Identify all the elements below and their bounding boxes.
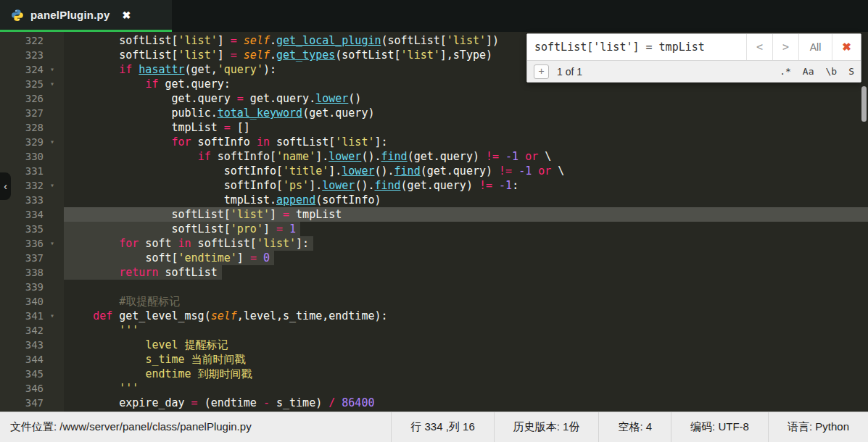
code-line[interactable]: 328 tmpList = []: [0, 120, 868, 135]
fold-spacer: [44, 396, 61, 410]
status-history[interactable]: 历史版本: 1份: [494, 412, 599, 442]
line-number: 345: [0, 367, 44, 381]
sidebar-toggle[interactable]: ‹: [0, 172, 11, 200]
fold-spacer: [44, 323, 61, 338]
fold-spacer: [44, 207, 61, 222]
gutter-cell: 345: [0, 367, 64, 381]
line-number: 336: [0, 236, 44, 251]
fold-spacer: [44, 106, 61, 120]
code-line[interactable]: 332▾ softInfo['ps'].lower().find(get.que…: [0, 178, 868, 193]
gutter-cell: 335: [0, 222, 64, 236]
code-text: get.query = get.query.lower(): [64, 91, 361, 106]
code-line[interactable]: 327 public.total_keyword(get.query): [0, 106, 868, 120]
line-number: 326: [0, 91, 44, 106]
fold-arrow-icon[interactable]: ▾: [44, 309, 61, 323]
code-line[interactable]: 329▾ for softInfo in softList['list']:: [0, 135, 868, 149]
fold-spacer: [44, 33, 61, 48]
code-line[interactable]: 330 if softInfo['name'].lower().find(get…: [0, 149, 868, 164]
find-next-button[interactable]: >: [772, 34, 798, 60]
code-text: level 提醒标记: [64, 338, 228, 352]
whole-word-toggle[interactable]: \b: [826, 66, 838, 77]
line-number: 334: [0, 207, 44, 222]
fold-arrow-icon[interactable]: ▾: [44, 236, 61, 251]
line-number: 339: [0, 280, 44, 294]
fold-spacer: [44, 294, 61, 309]
code-line[interactable]: 335 softList['pro'] = 1: [0, 222, 868, 236]
gutter-cell: 327: [0, 106, 64, 120]
line-number: 329: [0, 135, 44, 149]
gutter-cell: 337: [0, 251, 64, 265]
gutter-cell: 339: [0, 280, 64, 294]
gutter-cell: 326: [0, 91, 64, 106]
search-input[interactable]: [527, 34, 746, 60]
line-number: 346: [0, 381, 44, 396]
in-selection-toggle[interactable]: S: [848, 66, 854, 77]
code-text: #取提醒标记: [64, 294, 180, 309]
line-number: 341: [0, 309, 44, 323]
code-line[interactable]: 334 softList['list'] = tmpList: [0, 207, 868, 222]
match-count: 1 of 1: [557, 66, 582, 78]
scrollbar-thumb[interactable]: [861, 86, 867, 122]
code-text: softInfo['title'].lower().find(get.query…: [64, 164, 564, 178]
code-line[interactable]: 337 soft['endtime'] = 0: [0, 251, 868, 265]
code-line[interactable]: 343 level 提醒标记: [0, 338, 868, 352]
code-line[interactable]: 333 tmpList.append(softInfo): [0, 193, 868, 207]
file-tab[interactable]: panelPlugin.py ✖: [0, 0, 172, 32]
code-line[interactable]: 326 get.query = get.query.lower(): [0, 91, 868, 106]
case-sensitive-toggle[interactable]: Aa: [803, 66, 814, 77]
gutter-cell: 328: [0, 120, 64, 135]
status-bar: 文件位置: /www/server/panel/class/panelPlugi…: [0, 412, 868, 442]
gutter-cell: 340: [0, 294, 64, 309]
fold-spacer: [44, 193, 61, 207]
find-prev-button[interactable]: <: [746, 34, 772, 60]
code-line[interactable]: 339: [0, 280, 868, 294]
fold-arrow-icon[interactable]: ▾: [44, 178, 61, 193]
fold-spacer: [44, 149, 61, 164]
code-line[interactable]: 336▾ for soft in softList['list']:: [0, 236, 868, 251]
code-line[interactable]: 347 expire_day = (endtime - s_time) / 86…: [0, 396, 868, 410]
code-line[interactable]: 338 return softList: [0, 265, 868, 280]
search-close-icon[interactable]: ✖: [832, 34, 861, 60]
code-line[interactable]: 340 #取提醒标记: [0, 294, 868, 309]
fold-arrow-icon[interactable]: ▾: [44, 77, 61, 91]
line-number: 328: [0, 120, 44, 135]
gutter-cell: 341▾: [0, 309, 64, 323]
code-text: softList['pro'] = 1: [64, 222, 300, 236]
line-number: 347: [0, 396, 44, 410]
fold-spacer: [44, 338, 61, 352]
search-options-row: + 1 of 1 .* Aa \b S: [527, 60, 861, 82]
fold-spacer: [44, 352, 61, 367]
code-line[interactable]: 342 ''': [0, 323, 868, 338]
tab-close-icon[interactable]: ✖: [122, 9, 131, 21]
code-line[interactable]: 346 ''': [0, 381, 868, 396]
gutter-cell: 330: [0, 149, 64, 164]
fold-spacer: [44, 222, 61, 236]
code-text: s_time 当前时间戳: [64, 352, 246, 367]
code-text: [64, 280, 67, 294]
status-spaces[interactable]: 空格: 4: [598, 412, 671, 442]
status-cursor-position: 行 334 ,列 16: [391, 412, 493, 442]
fold-spacer: [44, 265, 61, 280]
toggle-replace-button[interactable]: +: [534, 64, 549, 79]
fold-arrow-icon[interactable]: ▾: [44, 62, 61, 77]
find-all-button[interactable]: All: [798, 34, 832, 60]
code-text: return softList: [64, 265, 222, 280]
regex-toggle[interactable]: .*: [780, 66, 791, 77]
code-line[interactable]: 344 s_time 当前时间戳: [0, 352, 868, 367]
code-text: def get_level_msg(self,level,s_time,endt…: [64, 309, 388, 323]
code-lines: 322 softList['list'] = self.get_local_pl…: [0, 32, 868, 410]
fold-spacer: [44, 381, 61, 396]
fold-arrow-icon[interactable]: ▾: [44, 135, 61, 149]
code-text: if hasattr(get,'query'):: [64, 62, 276, 77]
code-line[interactable]: 331 softInfo['title'].lower().find(get.q…: [0, 164, 868, 178]
fold-spacer: [44, 164, 61, 178]
tab-title: panelPlugin.py: [30, 9, 109, 21]
status-language[interactable]: 语言: Python: [768, 412, 868, 442]
gutter-cell: 342: [0, 323, 64, 338]
code-line[interactable]: 345 endtime 到期时间戳: [0, 367, 868, 381]
code-editor[interactable]: 322 softList['list'] = self.get_local_pl…: [0, 32, 868, 412]
gutter-cell: 347: [0, 396, 64, 410]
code-line[interactable]: 341▾ def get_level_msg(self,level,s_time…: [0, 309, 868, 323]
line-number: 343: [0, 338, 44, 352]
status-encoding[interactable]: 编码: UTF-8: [671, 412, 768, 442]
